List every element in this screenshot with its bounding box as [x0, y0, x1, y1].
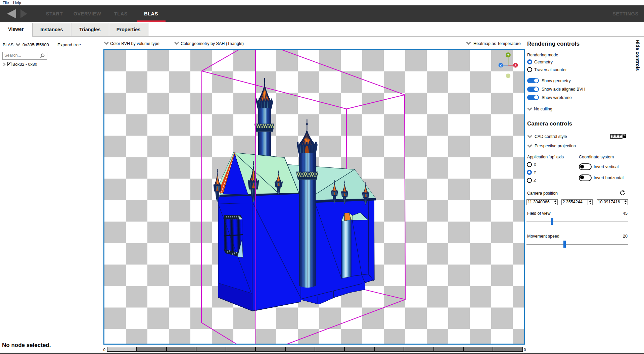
svg-text:Z: Z: [500, 63, 502, 67]
svg-text:X: X: [514, 63, 517, 67]
svg-text:Y: Y: [507, 53, 509, 57]
